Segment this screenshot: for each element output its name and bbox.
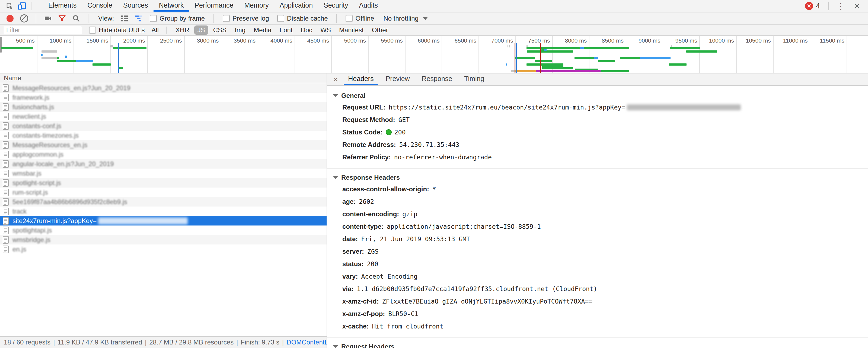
tab-console[interactable]: Console: [82, 0, 118, 12]
request-row[interactable]: track: [0, 207, 327, 216]
header-value: 200: [367, 260, 378, 268]
header-item-age-: age:2602: [327, 196, 868, 208]
header-item-vary-: vary:Accept-Encoding: [327, 270, 868, 283]
filter-toggle-button[interactable]: [56, 13, 68, 24]
script-file-icon: [3, 94, 9, 101]
tab-memory[interactable]: Memory: [239, 0, 274, 12]
tab-elements[interactable]: Elements: [43, 0, 82, 12]
request-name: spotlight-script.js: [12, 179, 61, 187]
list-view-icon[interactable]: [119, 13, 130, 24]
device-toolbar-icon[interactable]: [16, 1, 28, 11]
request-row[interactable]: wmsbridge.js: [0, 235, 327, 244]
preserve-log-checkbox[interactable]: Preserve log: [223, 14, 269, 22]
filter-type-font[interactable]: Font: [276, 26, 296, 35]
waterfall-view-icon[interactable]: [133, 13, 144, 24]
request-row[interactable]: framework.js: [0, 93, 327, 102]
inspect-element-icon[interactable]: [4, 1, 16, 11]
close-details-icon[interactable]: ×: [329, 75, 342, 84]
details-tab-headers[interactable]: Headers: [344, 73, 378, 85]
tab-audits[interactable]: Audits: [353, 0, 383, 12]
request-row[interactable]: constants-conf.js: [0, 121, 327, 131]
request-row[interactable]: angular-locale_en.js?Jun_20_2019: [0, 159, 327, 169]
section-header-request-headers[interactable]: Request Headers: [327, 341, 868, 348]
redacted-value: [627, 104, 741, 110]
section-header-general[interactable]: General: [327, 90, 868, 101]
header-item-remote-address-: Remote Address:54.230.71.35:443: [327, 139, 868, 151]
filter-input[interactable]: [4, 26, 82, 34]
filter-type-xhr[interactable]: XHR: [172, 26, 193, 35]
section-header-response-headers[interactable]: Response Headers: [327, 172, 868, 183]
details-tab-timing[interactable]: Timing: [460, 73, 489, 85]
timeline-tick-label: 3000 ms: [197, 37, 219, 44]
request-name: en.js: [12, 246, 26, 253]
timeline-gridline: [773, 36, 774, 73]
header-item-x-cache-: x-cache:Hit from cloudfront: [327, 320, 868, 333]
request-row[interactable]: site24x7rum-min.js?appKey=: [0, 216, 327, 225]
request-row[interactable]: MessageResources_en.js?Jun_20_2019: [0, 83, 327, 93]
script-file-icon: [3, 227, 9, 234]
filter-type-doc[interactable]: Doc: [298, 26, 316, 35]
details-tab-preview[interactable]: Preview: [381, 73, 414, 85]
name-column-header[interactable]: Name: [0, 73, 327, 83]
script-file-icon: [3, 132, 9, 139]
clear-button[interactable]: [19, 13, 30, 24]
checkbox-icon: [346, 15, 352, 22]
request-row[interactable]: fusioncharts.js: [0, 102, 327, 112]
request-row[interactable]: spotlightapi.js: [0, 225, 327, 235]
disable-cache-checkbox[interactable]: Disable cache: [277, 14, 328, 22]
waterfall-bar: [507, 45, 507, 47]
tab-security[interactable]: Security: [318, 0, 353, 12]
request-name: wmsbar.js: [12, 170, 41, 177]
timeline-tick-label: 4500 ms: [307, 37, 329, 44]
request-name: site24x7rum-min.js?appKey=: [12, 217, 97, 225]
divider: [166, 27, 166, 34]
record-button[interactable]: [4, 13, 16, 24]
request-row[interactable]: spotlight-script.js: [0, 178, 327, 187]
request-row[interactable]: constants-timezones.js: [0, 131, 327, 140]
filter-type-other[interactable]: Other: [369, 26, 392, 35]
network-overview-timeline[interactable]: 500 ms1000 ms1500 ms2000 ms2500 ms3000 m…: [0, 36, 868, 73]
filter-type-manifest[interactable]: Manifest: [336, 26, 367, 35]
request-row[interactable]: 5ee169f87aa4b86b6896d935f2c8eb9.js: [0, 197, 327, 207]
filmstrip-button[interactable]: [42, 13, 54, 24]
request-row[interactable]: wmsbar.js: [0, 169, 327, 178]
throttling-dropdown[interactable]: No throttling: [383, 14, 428, 22]
filter-type-ws[interactable]: WS: [317, 26, 334, 35]
script-file-icon: [3, 217, 9, 225]
load-event-marker: [515, 43, 516, 73]
filter-type-js[interactable]: JS: [194, 26, 208, 35]
filter-type-img[interactable]: Img: [231, 26, 249, 35]
group-by-frame-checkbox[interactable]: Group by frame: [150, 14, 205, 22]
tab-sources[interactable]: Sources: [118, 0, 154, 12]
request-row[interactable]: en.js: [0, 244, 327, 254]
header-item-content-type-: content-type:application/javascript;char…: [327, 220, 868, 233]
overview-scroll-handle[interactable]: [0, 37, 2, 53]
timeline-tick-label: 8500 ms: [601, 37, 624, 44]
offline-checkbox[interactable]: Offline: [346, 14, 374, 22]
filter-type-media[interactable]: Media: [250, 26, 275, 35]
requests-list: MessageResources_en.js?Jun_20_2019framew…: [0, 83, 327, 336]
filter-type-all[interactable]: All: [148, 26, 162, 35]
console-error-badge[interactable]: ✕ 4: [805, 2, 820, 10]
request-row[interactable]: rum-script.js: [0, 187, 327, 197]
request-row[interactable]: newclient.js: [0, 112, 327, 121]
more-options-icon[interactable]: ⋮: [832, 1, 850, 11]
tab-performance[interactable]: Performance: [189, 0, 239, 12]
header-item-request-method-: Request Method:GET: [327, 113, 868, 126]
devtools-tabstrip: ElementsConsoleSourcesNetworkPerformance…: [0, 0, 868, 12]
request-name: newclient.js: [12, 113, 46, 120]
section-title: Request Headers: [341, 343, 394, 348]
request-row[interactable]: MessageResources_en.js: [0, 140, 327, 150]
search-button[interactable]: [70, 13, 82, 24]
waterfall-bar: [686, 50, 717, 53]
filter-type-css[interactable]: CSS: [210, 26, 230, 35]
tab-network[interactable]: Network: [154, 0, 189, 12]
redacted-value: [98, 217, 188, 224]
waterfall-bar: [516, 57, 535, 59]
request-row[interactable]: applogcommon.js: [0, 150, 327, 159]
details-tab-response[interactable]: Response: [417, 73, 457, 85]
header-key: Request Method:: [342, 116, 395, 124]
hide-data-urls-checkbox[interactable]: Hide data URLs: [89, 26, 145, 34]
tab-application[interactable]: Application: [274, 0, 318, 12]
close-devtools-icon[interactable]: ✕: [850, 1, 864, 11]
